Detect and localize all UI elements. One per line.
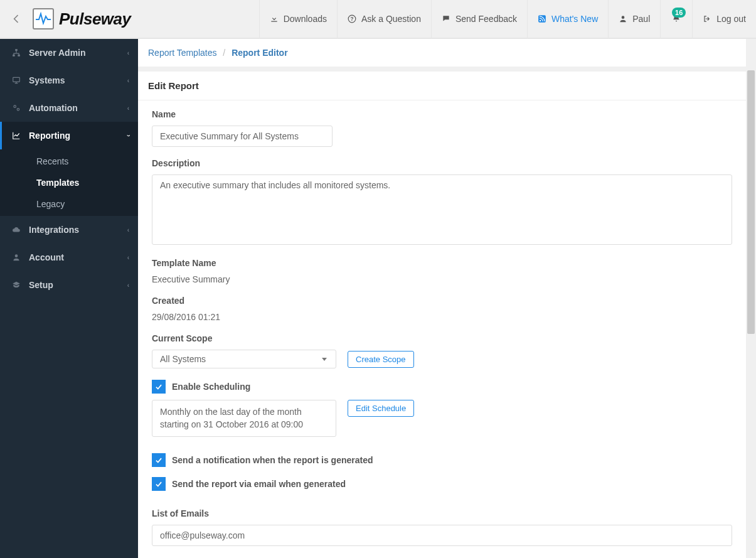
created-label: Created	[152, 296, 742, 306]
emails-label: List of Emails	[152, 508, 742, 518]
sidebar-subitem-legacy[interactable]: Legacy	[0, 193, 138, 215]
whatsnew-link[interactable]: What's New	[527, 0, 608, 38]
scope-label: Current Scope	[152, 333, 742, 343]
feedback-link[interactable]: Send Feedback	[431, 0, 527, 38]
logo[interactable]: Pulseway	[33, 0, 144, 38]
enable-scheduling-checkbox[interactable]	[152, 380, 166, 394]
user-icon	[619, 14, 627, 23]
ask-label: Ask a Question	[361, 14, 421, 24]
description-input[interactable]	[152, 174, 732, 245]
send-notification-label: Send a notification when the report is g…	[172, 455, 373, 465]
template-name-value: Executive Summary	[152, 274, 742, 284]
cogs-icon	[11, 104, 21, 112]
scope-select[interactable]: All Systems	[152, 350, 336, 368]
sidebar-label: Integrations	[29, 225, 79, 235]
desktop-icon	[11, 76, 21, 85]
name-label: Name	[152, 109, 742, 119]
breadcrumb: Report Templates / Report Editor	[138, 39, 756, 67]
chevron-left-icon: ‹	[127, 227, 129, 233]
user-menu[interactable]: Paul	[608, 0, 660, 38]
dropdown-icon	[322, 358, 327, 361]
chat-icon	[442, 14, 450, 23]
breadcrumb-current: Report Editor	[232, 48, 287, 58]
svg-rect-7	[18, 55, 20, 56]
sidebar-subitem-templates[interactable]: Templates	[0, 172, 138, 193]
sidebar-item-automation[interactable]: Automation ‹	[0, 94, 138, 122]
scope-selected: All Systems	[160, 354, 206, 364]
sidebar-item-integrations[interactable]: Integrations ‹	[0, 216, 138, 244]
breadcrumb-parent[interactable]: Report Templates	[148, 48, 216, 58]
graduation-icon	[11, 281, 21, 289]
notifications[interactable]: 16	[660, 0, 692, 38]
question-icon: ?	[348, 14, 356, 23]
edit-schedule-button[interactable]: Edit Schedule	[348, 400, 414, 417]
whatsnew-label: What's New	[551, 14, 598, 24]
check-icon	[154, 456, 163, 464]
sidebar-item-setup[interactable]: Setup ‹	[0, 271, 138, 299]
sidebar-label: Reporting	[29, 131, 70, 141]
sidebar-sub-reporting: Recents Templates Legacy	[0, 149, 138, 216]
top-bar: Pulseway Downloads ? Ask a Question Send…	[0, 0, 756, 38]
sidebar-label: Systems	[29, 75, 65, 85]
arrow-left-icon	[10, 13, 23, 25]
svg-rect-5	[15, 49, 18, 51]
download-icon	[270, 14, 279, 23]
user-icon	[11, 253, 21, 262]
sidebar-subitem-recents[interactable]: Recents	[0, 151, 138, 172]
created-value: 29/08/2016 01:21	[152, 312, 742, 322]
rss-icon	[538, 14, 546, 23]
sitemap-icon	[11, 48, 21, 57]
description-label: Description	[152, 158, 742, 168]
panel-title: Edit Report	[138, 72, 756, 100]
svg-point-9	[14, 105, 16, 108]
schedule-text: Monthly on the last day of the month sta…	[152, 400, 336, 437]
logout-label: Log out	[716, 14, 746, 24]
chevron-down-icon: ‹	[125, 134, 132, 136]
downloads-label: Downloads	[284, 14, 327, 24]
sidebar: Server Admin ‹ Systems ‹ Automation ‹ Re…	[0, 39, 138, 558]
sidebar-label: Account	[29, 252, 64, 262]
send-email-checkbox[interactable]	[152, 477, 166, 491]
sidebar-label: Automation	[29, 103, 78, 113]
send-email-label: Send the report via email when generated	[172, 479, 346, 489]
svg-point-11	[15, 254, 18, 257]
downloads-link[interactable]: Downloads	[259, 0, 337, 38]
chevron-left-icon: ‹	[127, 105, 129, 112]
logo-mark-icon	[33, 8, 54, 30]
svg-rect-8	[13, 77, 20, 82]
chevron-left-icon: ‹	[127, 254, 129, 261]
breadcrumb-sep: /	[223, 48, 225, 58]
svg-text:?: ?	[350, 16, 353, 22]
sidebar-label: Setup	[29, 280, 53, 290]
sidebar-item-systems[interactable]: Systems ‹	[0, 67, 138, 94]
send-notification-checkbox[interactable]	[152, 453, 166, 467]
emails-input[interactable]	[152, 525, 732, 546]
chevron-left-icon: ‹	[127, 282, 129, 289]
svg-point-3	[540, 20, 541, 21]
enable-scheduling-label: Enable Scheduling	[172, 382, 250, 392]
sidebar-item-reporting[interactable]: Reporting ‹	[0, 122, 138, 149]
name-input[interactable]	[152, 126, 333, 147]
check-icon	[154, 480, 163, 488]
chevron-left-icon: ‹	[127, 77, 129, 84]
check-icon	[154, 382, 163, 391]
scrollbar-thumb[interactable]	[747, 70, 755, 334]
svg-point-10	[17, 109, 19, 111]
notification-badge: 16	[672, 8, 686, 18]
sidebar-item-account[interactable]: Account ‹	[0, 244, 138, 271]
template-name-label: Template Name	[152, 258, 742, 268]
ask-link[interactable]: ? Ask a Question	[337, 0, 431, 38]
sidebar-item-server-admin[interactable]: Server Admin ‹	[0, 39, 138, 67]
feedback-label: Send Feedback	[455, 14, 517, 24]
svg-rect-6	[13, 55, 15, 56]
user-label: Paul	[632, 14, 650, 24]
logout-icon	[703, 14, 711, 23]
brand-text: Pulseway	[59, 9, 131, 29]
back-button[interactable]	[0, 0, 33, 38]
content-area: Report Templates / Report Editor Edit Re…	[138, 39, 756, 558]
chart-icon	[11, 131, 21, 140]
sidebar-label: Server Admin	[29, 48, 86, 58]
create-scope-button[interactable]: Create Scope	[348, 351, 414, 368]
logout-link[interactable]: Log out	[692, 0, 756, 38]
svg-point-4	[622, 16, 625, 19]
